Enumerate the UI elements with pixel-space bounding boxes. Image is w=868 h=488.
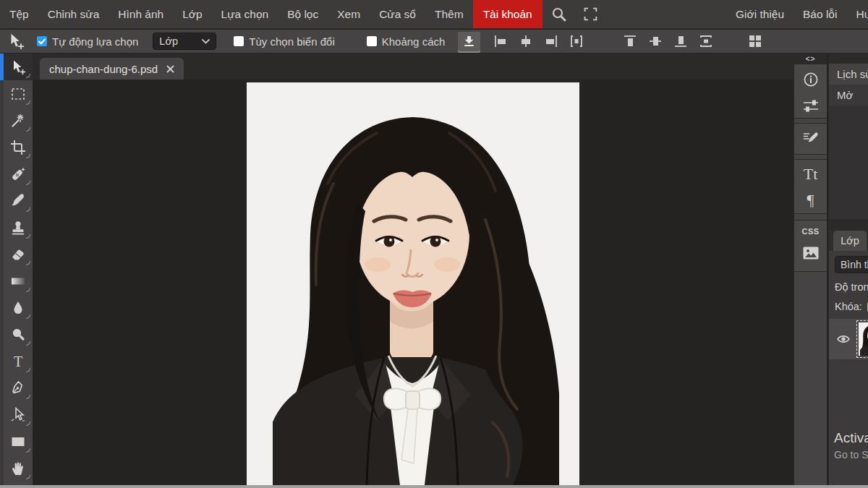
tool-move[interactable] xyxy=(0,53,33,80)
tool-options-bar: Tự động lựa chọn Lớp Tùy chọn biến đổi K… xyxy=(0,30,868,53)
tool-flyout-marker xyxy=(26,154,30,158)
tool-hand[interactable] xyxy=(0,455,33,481)
layer-row[interactable] xyxy=(829,319,868,359)
lock-row: Khóa: xyxy=(835,301,868,312)
align-middle-vertical-icon[interactable] xyxy=(647,33,663,49)
lock-label: Khóa: xyxy=(835,301,862,312)
auto-select-checkbox[interactable]: Tự động lựa chọn xyxy=(37,35,138,48)
tool-flyout-marker xyxy=(26,475,30,479)
distribute-vertical-icon[interactable] xyxy=(698,33,714,49)
align-anchor-button[interactable] xyxy=(458,32,480,51)
target-select[interactable]: Lớp xyxy=(153,33,216,50)
fullscreen-icon[interactable] xyxy=(575,0,606,28)
canvas-area[interactable] xyxy=(33,80,793,488)
menu-layer[interactable]: Lớp xyxy=(173,0,211,28)
blend-mode-value: Bình thường xyxy=(841,259,868,270)
align-center-horizontal-icon[interactable] xyxy=(518,33,534,49)
menu-report-bug[interactable]: Báo lỗi xyxy=(793,0,846,29)
taskbar-edge xyxy=(0,485,868,488)
tool-flyout-marker xyxy=(26,395,30,399)
collapse-panels-icon[interactable]: <> xyxy=(794,53,827,64)
panel-icon-group-1 xyxy=(794,64,827,119)
tool-flyout-marker xyxy=(26,127,30,132)
blend-mode-select[interactable]: Bình thường xyxy=(835,256,868,273)
history-panel-tab[interactable]: Lịch sử xyxy=(829,64,868,85)
panel-icon-group-4: CSS xyxy=(794,220,827,272)
tool-clone-stamp[interactable] xyxy=(0,214,33,241)
activate-line1: Activate Windows xyxy=(834,430,868,446)
panel-icons-column: <> Tt ¶ CSS xyxy=(793,53,827,488)
search-icon[interactable] xyxy=(542,0,575,28)
info-panel-icon[interactable] xyxy=(802,71,820,88)
distribute-horizontal-icon[interactable] xyxy=(569,33,584,49)
layers-panel-tab[interactable]: Lớp xyxy=(833,231,867,251)
paragraph-panel-icon[interactable]: ¶ xyxy=(807,192,814,208)
tool-rectangle[interactable] xyxy=(0,428,33,455)
tool-flyout-marker xyxy=(26,368,30,372)
menu-file[interactable]: Tệp xyxy=(0,0,38,28)
tool-dodge[interactable] xyxy=(0,321,33,348)
css-panel-icon[interactable]: CSS xyxy=(801,227,819,236)
account-menu[interactable]: Tài khoản xyxy=(473,0,542,28)
checkbox-checked-icon xyxy=(37,36,47,46)
align-left-icon[interactable] xyxy=(493,33,509,49)
layer-thumbnail[interactable] xyxy=(859,322,868,356)
menu-filter[interactable]: Bộ lọc xyxy=(278,0,328,28)
menu-more[interactable]: Thêm xyxy=(425,0,473,28)
visibility-eye-icon[interactable] xyxy=(835,333,851,345)
menu-bar: Tệp Chỉnh sửa Hình ảnh Lớp Lựa chọn Bộ l… xyxy=(0,0,868,29)
align-right-icon[interactable] xyxy=(543,33,559,49)
character-panel-icon[interactable]: Tt xyxy=(804,166,818,182)
menu-window[interactable]: Cửa sổ xyxy=(370,0,425,28)
spacing-checkbox[interactable]: Khoảng cách xyxy=(367,35,446,48)
tool-flyout-marker xyxy=(26,207,30,212)
checkbox-unchecked-icon xyxy=(234,36,244,46)
workspace: chup-chan-dung-6.psd xyxy=(33,53,793,488)
tool-flyout-marker xyxy=(26,261,30,265)
spacing-label: Khoảng cách xyxy=(382,35,446,48)
adjustments-sliders-icon[interactable] xyxy=(802,98,820,114)
checkbox-unchecked-icon xyxy=(367,36,377,46)
layers-panel-body: Bình thường Độ trong Khóa: Activate Wind… xyxy=(829,251,868,488)
menu-select[interactable]: Lựa chọn xyxy=(212,0,278,28)
tool-flyout-marker xyxy=(26,181,30,185)
tool-brush[interactable] xyxy=(0,187,33,214)
menu-image[interactable]: Hình ảnh xyxy=(109,0,173,28)
activate-line2: Go to Settings to activate xyxy=(834,449,868,461)
document-image xyxy=(247,82,579,485)
tool-gradient[interactable] xyxy=(0,267,33,294)
image-panel-icon[interactable] xyxy=(802,246,820,260)
menu-about[interactable]: Giới thiệu xyxy=(726,0,793,29)
tool-eraser[interactable] xyxy=(0,241,33,267)
tool-path-select[interactable] xyxy=(0,401,33,428)
brush-settings-icon[interactable] xyxy=(802,130,820,146)
tool-healing[interactable] xyxy=(0,160,33,187)
panel-icon-group-2 xyxy=(794,123,827,155)
tool-flyout-marker xyxy=(26,314,30,319)
document-tab-title: chup-chan-dung-6.psd xyxy=(49,63,158,75)
transform-controls-checkbox[interactable]: Tùy chọn biến đổi xyxy=(234,35,334,48)
close-icon[interactable] xyxy=(166,65,174,73)
menu-view[interactable]: Xem xyxy=(328,0,370,28)
menu-edit[interactable]: Chỉnh sửa xyxy=(38,0,109,28)
transform-controls-label: Tùy chọn biến đổi xyxy=(249,35,334,48)
tool-crop[interactable] xyxy=(0,134,33,160)
tool-pen[interactable] xyxy=(0,374,33,401)
tool-marquee[interactable] xyxy=(0,80,33,107)
opacity-label: Độ trong xyxy=(835,281,868,293)
tool-blur[interactable] xyxy=(0,294,33,321)
align-top-icon[interactable] xyxy=(622,33,638,49)
tool-type[interactable]: T xyxy=(0,348,33,374)
workspace-grid-icon[interactable] xyxy=(747,33,763,49)
alignment-buttons xyxy=(493,33,763,49)
history-item-open[interactable]: Mở xyxy=(829,85,868,106)
menu-bar-right: Giới thiệu Báo lỗi Hướng dẫn xyxy=(726,0,868,29)
tool-flyout-marker xyxy=(26,341,30,346)
photopea-app: Tệp Chỉnh sửa Hình ảnh Lớp Lựa chọn Bộ l… xyxy=(0,0,868,488)
menu-learn[interactable]: Hướng dẫn xyxy=(846,0,868,29)
tool-magic-wand[interactable] xyxy=(0,107,33,134)
tool-flyout-marker xyxy=(26,234,30,239)
auto-select-label: Tự động lựa chọn xyxy=(52,35,138,48)
document-tab[interactable]: chup-chan-dung-6.psd xyxy=(40,58,184,80)
align-bottom-icon[interactable] xyxy=(673,33,689,49)
